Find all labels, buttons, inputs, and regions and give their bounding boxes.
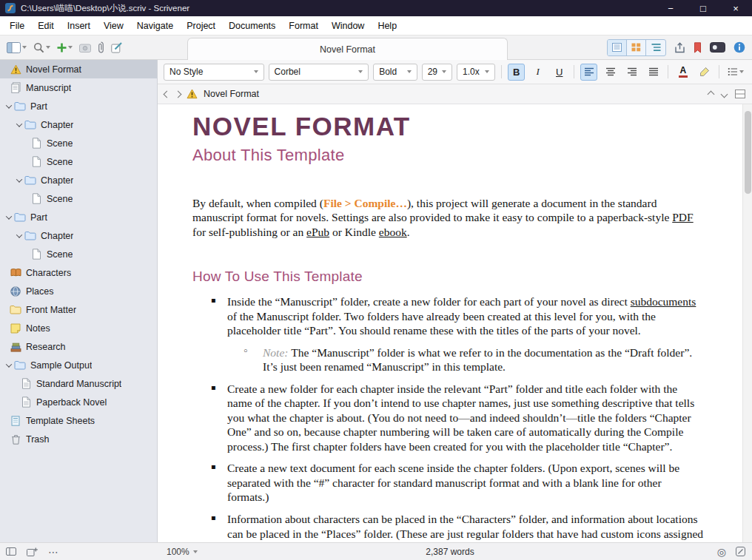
text-segment: subdocuments — [631, 295, 696, 308]
text-segment: or Kindle — [329, 226, 379, 238]
format-bar: No Style Corbel Bold 29 1.0x B I U — [158, 60, 752, 84]
align-center-icon[interactable] — [602, 64, 619, 81]
binder-item-chapter[interactable]: Chapter — [0, 115, 157, 134]
binder-item-label: Scene — [47, 194, 73, 204]
menu-item-file[interactable]: File — [3, 16, 31, 35]
menu-item-view[interactable]: View — [97, 16, 130, 35]
binder-item-paperback-novel[interactable]: Paperback Novel — [0, 393, 157, 411]
menu-item-edit[interactable]: Edit — [31, 16, 61, 35]
binder-item-part[interactable]: Part — [0, 97, 157, 115]
style-dropdown[interactable]: No Style — [164, 64, 264, 81]
outline-view-icon[interactable] — [646, 40, 665, 55]
toolbar-right — [607, 36, 745, 59]
forward-icon[interactable] — [175, 90, 182, 98]
previous-document-icon[interactable] — [708, 90, 715, 98]
zoom-control[interactable]: 100% — [167, 547, 198, 557]
word-count: 2,387 words — [426, 547, 474, 557]
menu-item-format[interactable]: Format — [282, 16, 325, 35]
binder-more-icon[interactable]: ⋯ — [48, 547, 59, 557]
maximize-button[interactable]: □ — [687, 0, 719, 16]
document-title: NOVEL FORMAT — [192, 113, 703, 141]
align-justify-icon[interactable] — [645, 64, 662, 81]
underline-button[interactable]: U — [551, 64, 568, 81]
disclosure-triangle-icon[interactable] — [14, 123, 24, 127]
list-format-dropdown[interactable] — [725, 64, 746, 81]
disclosure-triangle-icon[interactable] — [4, 215, 13, 220]
font-variant-dropdown[interactable]: Bold — [373, 64, 417, 81]
binder-item-scene[interactable]: Scene — [0, 134, 157, 152]
bookmark-icon[interactable] — [694, 42, 702, 53]
style-value: No Style — [169, 67, 203, 77]
binder-view-icon[interactable] — [6, 547, 16, 556]
text-color-button[interactable]: A — [674, 64, 691, 81]
document-page[interactable]: NOVEL FORMAT About This Template By defa… — [158, 104, 752, 542]
split-editor-icon[interactable] — [735, 90, 745, 98]
text-segment: Information about characters can be plac… — [227, 513, 703, 542]
binder-item-novel-format[interactable]: Novel Format — [0, 60, 157, 78]
line-spacing-dropdown[interactable]: 1.0x — [457, 64, 495, 81]
binder-item-chapter[interactable]: Chapter — [0, 171, 157, 189]
menu-item-navigate[interactable]: Navigate — [130, 16, 180, 35]
binder-item-notes[interactable]: Notes — [0, 319, 157, 337]
highlight-icon[interactable] — [696, 64, 713, 81]
inline-link[interactable]: File > Compile… — [323, 197, 407, 209]
binder-item-chapter[interactable]: Chapter — [0, 226, 157, 245]
document-view-icon[interactable] — [608, 40, 627, 55]
compose-icon[interactable] — [109, 41, 125, 55]
search-icon[interactable] — [31, 41, 53, 55]
binder-item-part[interactable]: Part — [0, 208, 157, 226]
font-size-dropdown[interactable]: 29 — [422, 64, 452, 81]
list-item-text: Information about characters can be plac… — [227, 513, 703, 542]
align-right-icon[interactable] — [623, 64, 640, 81]
italic-button[interactable]: I — [529, 64, 546, 81]
binder-item-characters[interactable]: Characters — [0, 263, 157, 282]
snapshot-icon[interactable] — [77, 41, 93, 54]
menu-item-project[interactable]: Project — [180, 16, 222, 35]
document-tab[interactable]: Novel Format — [187, 38, 508, 60]
disclosure-triangle-icon[interactable] — [14, 234, 24, 238]
binder-item-front-matter[interactable]: Front Matter — [0, 300, 157, 319]
back-icon[interactable] — [164, 90, 171, 98]
inspector-info-icon[interactable] — [733, 41, 745, 53]
binder-item-trash[interactable]: Trash — [0, 430, 157, 448]
binder-item-sample-output[interactable]: Sample Output — [0, 356, 157, 374]
disclosure-triangle-icon[interactable] — [4, 104, 13, 109]
minimize-button[interactable]: − — [654, 0, 687, 16]
binder-item-research[interactable]: Research — [0, 337, 157, 356]
add-item-icon[interactable] — [55, 41, 75, 54]
binder-item-scene[interactable]: Scene — [0, 152, 157, 171]
menu-item-window[interactable]: Window — [325, 16, 371, 35]
share-icon[interactable] — [674, 42, 685, 53]
align-left-icon[interactable] — [580, 64, 597, 81]
menu-item-help[interactable]: Help — [371, 16, 403, 35]
binder-item-places[interactable]: Places — [0, 282, 157, 300]
scratchpad-icon[interactable] — [736, 547, 745, 556]
binder-toggle-icon[interactable] — [4, 41, 29, 55]
paperclip-icon[interactable] — [95, 40, 107, 55]
font-dropdown[interactable]: Corbel — [269, 64, 369, 81]
compose-mode-icon[interactable] — [710, 42, 725, 53]
menu-item-documents[interactable]: Documents — [222, 16, 282, 35]
menu-item-insert[interactable]: Insert — [61, 16, 97, 35]
view-mode-group — [607, 39, 666, 56]
next-document-icon[interactable] — [721, 90, 728, 98]
binder-item-label: Sample Output — [30, 360, 92, 371]
binder-item-scene[interactable]: Scene — [0, 189, 157, 208]
binder-item-manuscript[interactable]: Manuscript — [0, 78, 157, 97]
bold-button[interactable]: B — [508, 64, 525, 81]
scrollbar-thumb[interactable] — [745, 111, 751, 194]
binder-add-icon[interactable] — [27, 547, 38, 556]
close-button[interactable]: × — [719, 0, 752, 16]
editor-scrollbar[interactable] — [742, 104, 752, 542]
binder-item-scene[interactable]: Scene — [0, 245, 157, 263]
doc-icon — [30, 192, 43, 205]
binder-item-standard-manuscript[interactable]: Standard Manuscript — [0, 374, 157, 393]
text-color-label: A — [679, 66, 686, 75]
list-item: ▪Create a new folder for each chapter in… — [192, 382, 703, 454]
disclosure-triangle-icon[interactable] — [4, 363, 13, 368]
editor-document-title[interactable]: Novel Format — [204, 89, 259, 99]
binder-item-template-sheets[interactable]: Template Sheets — [0, 411, 157, 430]
corkboard-view-icon[interactable] — [627, 40, 646, 55]
target-icon[interactable]: ◎ — [717, 547, 726, 557]
disclosure-triangle-icon[interactable] — [14, 178, 24, 183]
